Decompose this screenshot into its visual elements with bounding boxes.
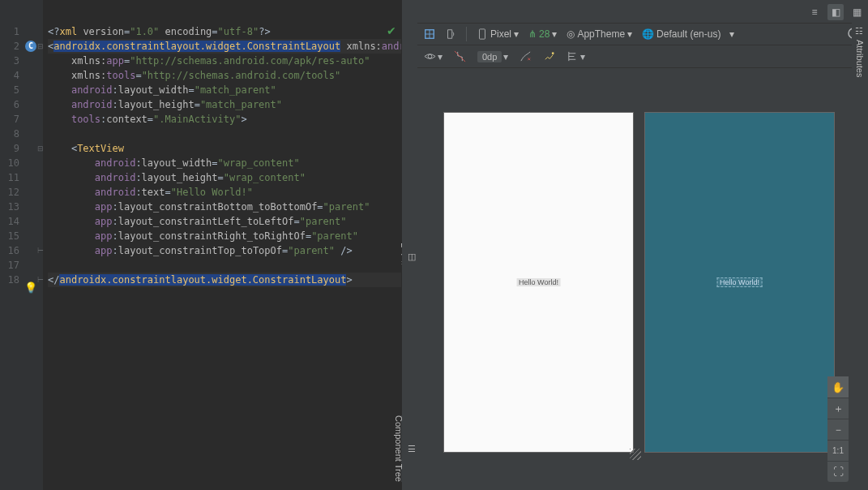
svg-point-9 xyxy=(552,52,554,54)
zoom-in-button[interactable]: ＋ xyxy=(827,398,849,419)
theme-selector[interactable]: ◎ AppTheme ▾ xyxy=(567,28,632,40)
chevron-down-icon: ▾ xyxy=(552,28,557,40)
view-mode-switcher: ≡ ◧ ▦ xyxy=(806,4,865,20)
zoom-1to1-button[interactable]: 1:1 xyxy=(827,440,849,461)
attributes-icon: ☷ xyxy=(855,26,866,37)
view-options-button[interactable]: ▾ xyxy=(424,50,443,62)
zoom-out-button[interactable]: － xyxy=(827,419,849,440)
autoconnect-toggle[interactable] xyxy=(454,50,466,62)
svg-line-8 xyxy=(455,51,465,62)
resize-grip[interactable] xyxy=(630,449,641,460)
layout-designer-panel: ≡ ◧ ▦ Pixel ▾ ⋔ 28 ▾ ◎ A xyxy=(417,0,868,490)
preview-textview[interactable]: Hello World! xyxy=(516,278,561,286)
code-editor-panel: 123456789101112131415161718 C 💡 ⊟ ⊟ ⊢ ⊢ … xyxy=(0,0,401,490)
list-view-icon[interactable]: ≡ xyxy=(806,4,823,20)
design-config-toolbar: Pixel ▾ ⋔ 28 ▾ ◎ AppTheme ▾ 🌐 Default (e… xyxy=(417,23,868,45)
component-tree-label: Component Tree xyxy=(394,415,404,482)
attributes-tab[interactable]: ☷ Attributes xyxy=(852,23,868,77)
preview-textview-blueprint[interactable]: Hello World! xyxy=(716,277,763,287)
line-numbers: 123456789101112131415161718 xyxy=(0,24,23,490)
chevron-down-icon: ▾ xyxy=(729,28,734,40)
gutter-class-icon[interactable]: C xyxy=(25,41,36,52)
zoom-fit-button[interactable]: ⛶ xyxy=(827,461,849,482)
palette-icon: ◫ xyxy=(407,251,417,262)
chevron-down-icon: ▾ xyxy=(514,28,519,40)
globe-icon: 🌐 xyxy=(642,28,654,40)
infer-constraints-button[interactable] xyxy=(543,50,555,62)
component-tree-tab[interactable]: ☰ Component Tree xyxy=(401,415,417,482)
locale-selector[interactable]: 🌐 Default (en-us) ▾ xyxy=(642,28,734,40)
preview-device-design[interactable]: Hello World! xyxy=(443,112,634,453)
default-margin-selector[interactable]: 0dp▾ xyxy=(477,51,508,62)
theme-icon: ◎ xyxy=(567,28,575,40)
chevron-down-icon: ▾ xyxy=(627,28,632,40)
design-canvas[interactable]: Hello World! Hello World! ✋ ＋ － 1:1 ⛶ xyxy=(417,68,868,490)
chevron-down-icon: ▾ xyxy=(580,51,585,62)
inspection-ok-icon[interactable]: ✔ xyxy=(387,24,396,37)
gallery-icon[interactable]: ▦ xyxy=(849,4,865,20)
pan-button[interactable]: ✋ xyxy=(827,376,849,398)
tree-icon: ☰ xyxy=(407,444,417,454)
svg-point-7 xyxy=(428,54,432,58)
svg-rect-3 xyxy=(480,29,485,39)
attributes-label: Attributes xyxy=(855,40,865,77)
code-text-area[interactable]: <?xml version="1.0" encoding="utf-8"?><a… xyxy=(43,0,401,490)
orientation-button[interactable] xyxy=(445,28,456,40)
preview-device-blueprint[interactable]: Hello World! xyxy=(644,112,835,453)
clear-constraints-button[interactable] xyxy=(520,50,532,62)
chevron-down-icon: ▾ xyxy=(503,51,508,62)
android-icon: ⋔ xyxy=(528,28,537,40)
chevron-down-icon: ▾ xyxy=(438,51,443,62)
intention-bulb-icon[interactable]: 💡 xyxy=(25,282,36,294)
device-selector[interactable]: Pixel ▾ xyxy=(477,28,519,40)
guidelines-button[interactable]: ▾ xyxy=(567,50,585,62)
design-tools-toolbar: ▾ 0dp▾ ▾ xyxy=(417,45,868,68)
design-mode-button[interactable] xyxy=(424,28,435,40)
api-selector[interactable]: ⋔ 28 ▾ xyxy=(528,28,557,40)
zoom-controls: ✋ ＋ － 1:1 ⛶ xyxy=(827,376,849,482)
split-view-icon[interactable]: ◧ xyxy=(827,4,844,20)
